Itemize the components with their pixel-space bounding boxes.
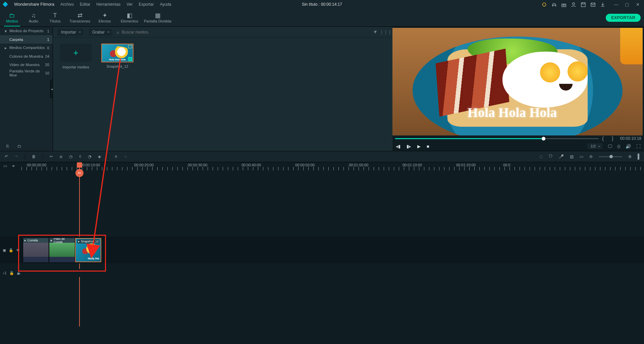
mic-icon[interactable]: 🎤 xyxy=(559,154,564,159)
undo-button[interactable]: ↶ xyxy=(5,154,8,159)
snapshot-icon[interactable]: ⎙ xyxy=(618,144,620,149)
list-icon[interactable]: ▤ xyxy=(570,154,574,159)
mute-icon[interactable]: 🔈 xyxy=(17,271,21,275)
clip-comida[interactable]: ▸Comida xyxy=(23,238,49,262)
headphones-icon[interactable] xyxy=(551,2,556,7)
gift-icon[interactable] xyxy=(561,2,566,7)
open-folder-icon[interactable]: 🗀 xyxy=(17,144,22,149)
folder-green-screen[interactable]: Pantalla Verde de Mue 10 xyxy=(0,69,53,77)
scrub-handle[interactable] xyxy=(542,137,545,140)
media-item-snapshot[interactable]: Hola Hola Hola ✓ Snapshot_12 xyxy=(101,44,134,68)
cut-playhead-icon[interactable]: ✂ xyxy=(75,169,84,177)
media-panel: Importar Grabar ⌕ ⧩ ⋮⋮⋮ + Importar medio… xyxy=(53,27,392,151)
track-manage-icon[interactable]: ▭ xyxy=(3,164,7,168)
audio-track[interactable]: ♪1 🔓 🔈 xyxy=(0,269,644,277)
inout-brackets-icon[interactable]: { } xyxy=(602,136,616,141)
tab-splitscreen[interactable]: ▦ Pantalla Dividida xyxy=(144,9,172,26)
menu-file[interactable]: Archivo xyxy=(60,2,74,7)
play-button[interactable]: ▶ xyxy=(417,144,421,149)
color-button[interactable]: ◊ xyxy=(79,154,81,159)
clip-snapshot[interactable]: ▸Snapshot_12 Hola Ho xyxy=(75,238,101,262)
zoom-fit-button[interactable] xyxy=(638,154,639,160)
scrub-track[interactable] xyxy=(395,138,599,139)
volume-icon[interactable]: 🔊 xyxy=(626,144,631,149)
zoom-slider[interactable] xyxy=(599,156,622,157)
tab-elements[interactable]: ◧ Elementos xyxy=(115,9,144,26)
tab-audio[interactable]: ♫ Audio xyxy=(23,9,44,26)
audio-track-header[interactable]: ♪1 🔓 🔈 xyxy=(0,269,21,277)
search-input[interactable] xyxy=(121,30,217,35)
app-logo-icon xyxy=(3,2,8,7)
import-dropdown[interactable]: Importar xyxy=(57,28,84,36)
stop-button[interactable]: ■ xyxy=(427,144,429,149)
module-tabs: 🗀 Medios ♫ Audio T Títulos ⇄ Transicione… xyxy=(0,9,644,27)
grid-view-icon[interactable]: ⋮⋮⋮ xyxy=(383,30,388,35)
tab-effects[interactable]: ✦ Efectos xyxy=(94,9,115,26)
lock-icon[interactable]: 🔓 xyxy=(9,248,13,252)
media-thumbnail[interactable]: Hola Hola Hola ✓ xyxy=(101,44,133,62)
video-clip-icon: ▸ xyxy=(51,239,52,242)
track-toggle-icon[interactable]: ▣ xyxy=(3,248,6,252)
filter-icon[interactable]: ⧩ xyxy=(372,30,378,35)
tab-titles[interactable]: T Títulos xyxy=(44,9,66,26)
zoom-ratio-dropdown[interactable]: 1/2 xyxy=(587,143,602,149)
save-icon[interactable] xyxy=(581,2,586,7)
folder-carpeta[interactable]: Carpeta 1 xyxy=(0,35,53,44)
delete-button[interactable]: 🗑 xyxy=(32,154,36,159)
fullscreen-icon[interactable]: ⛶ xyxy=(636,144,641,149)
menu-edit[interactable]: Editar xyxy=(80,2,90,7)
speed-button[interactable]: ◷ xyxy=(69,154,72,159)
media-search[interactable]: ⌕ xyxy=(117,30,217,35)
lock-icon[interactable]: 🔓 xyxy=(9,271,14,275)
keyframe-button[interactable]: ◈ xyxy=(98,154,101,159)
account-icon[interactable] xyxy=(571,2,576,7)
clip-plato[interactable]: ▸Plato de Comid xyxy=(49,238,75,262)
preview-viewport[interactable]: Hola Hola Hola xyxy=(392,28,643,135)
audio-button[interactable]: ∿ xyxy=(124,154,127,159)
menu-help[interactable]: Ayuda xyxy=(160,2,171,7)
crop-button[interactable]: ⧈ xyxy=(60,154,62,159)
window-close-button[interactable]: ✕ xyxy=(634,1,641,7)
greenscreen-button[interactable]: ◔ xyxy=(88,154,91,159)
menu-view[interactable]: Ver xyxy=(126,2,132,7)
download-icon[interactable] xyxy=(600,2,605,7)
tab-media[interactable]: 🗀 Medios xyxy=(1,9,23,26)
tips-icon[interactable] xyxy=(542,2,547,7)
zoom-out-button[interactable]: ⊖ xyxy=(589,154,593,159)
sparkle-icon: ✦ xyxy=(102,12,107,18)
menu-export[interactable]: Exportar xyxy=(139,2,154,7)
timeline-ruler[interactable]: ▭ ⚭ 00:00:00:0000:00:10:0000:00:20:0000:… xyxy=(0,162,644,170)
zoom-in-button[interactable]: ⊕ xyxy=(628,154,632,159)
svg-point-0 xyxy=(543,3,546,6)
next-frame-button[interactable]: ▮▸ xyxy=(407,144,411,149)
window-minimize-button[interactable]: — xyxy=(612,1,620,7)
menu-tools[interactable]: Herramientas xyxy=(96,2,120,7)
collapse-sidebar-button[interactable]: ◂ xyxy=(50,80,53,98)
caret-down-icon: ▾ xyxy=(5,29,7,34)
import-media-tile[interactable]: + Importar medios xyxy=(59,44,93,69)
folder-project-media[interactable]: ▾Medios de Proyecto 1 xyxy=(0,27,53,35)
window-maximize-button[interactable]: ▢ xyxy=(623,1,631,7)
redo-button[interactable]: ↷ xyxy=(15,154,18,159)
folder-shared-media[interactable]: ▸Medios Compartidos 0 xyxy=(0,44,53,52)
mail-icon[interactable] xyxy=(590,2,595,7)
folder-sample-colors[interactable]: Colores de Muestra 24 xyxy=(0,52,53,60)
export-button[interactable]: EXPORTAR xyxy=(606,14,641,22)
mixer-icon[interactable]: ◌ xyxy=(539,154,543,159)
link-icon[interactable]: ⚭ xyxy=(12,164,15,168)
display-icon[interactable]: 🖵 xyxy=(608,144,612,149)
ruler-tick: 00:00:00:00 xyxy=(27,163,46,167)
shield-icon[interactable]: ⛉ xyxy=(549,154,553,159)
new-folder-icon[interactable]: ⎘ xyxy=(5,144,10,149)
adjust-button[interactable]: ≡ xyxy=(115,154,117,159)
image-clip-icon: ▸ xyxy=(78,240,80,243)
visibility-icon[interactable]: 👁 xyxy=(16,248,20,252)
record-dropdown[interactable]: Grabar xyxy=(88,28,112,36)
folder-sample-video[interactable]: Video de Muestra 20 xyxy=(0,60,53,69)
video-track-header[interactable]: ▣ 🔓 👁 xyxy=(0,237,21,264)
marker-icon[interactable]: ▭ xyxy=(580,154,583,159)
tab-transitions[interactable]: ⇄ Transiciones xyxy=(66,9,94,26)
video-track[interactable]: ▣ 🔓 👁 ▸Comida ▸Plato de Comid ▸Snapshot_… xyxy=(0,237,644,264)
prev-frame-button[interactable]: ◂▮ xyxy=(396,144,400,149)
split-button[interactable]: ✂ xyxy=(50,154,53,159)
